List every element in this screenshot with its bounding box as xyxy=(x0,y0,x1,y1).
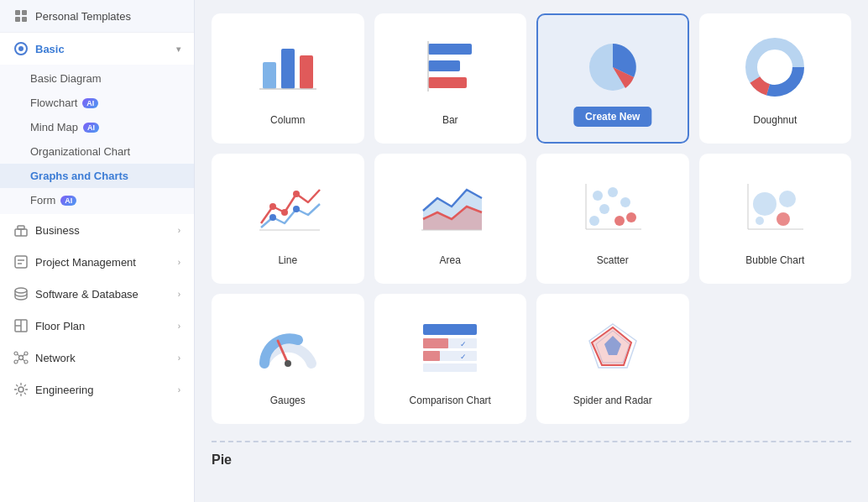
personal-templates-icon xyxy=(13,8,29,24)
svg-point-38 xyxy=(269,203,276,210)
chart-card-area[interactable]: Area xyxy=(374,154,527,284)
sidebar-section-engineering[interactable]: Engineering › xyxy=(0,374,194,405)
svg-point-58 xyxy=(776,212,790,226)
flowchart-label: Flowchart xyxy=(30,97,77,109)
svg-rect-66 xyxy=(423,338,448,348)
chart-card-scatter[interactable]: Scatter xyxy=(536,154,689,284)
create-new-pie-button[interactable]: Create New xyxy=(573,107,651,127)
project-chevron-icon: › xyxy=(178,258,180,267)
column-chart-svg xyxy=(254,37,322,96)
sidebar-item-graphs-charts[interactable]: Graphs and Charts xyxy=(0,164,194,188)
sidebar-section-software-database[interactable]: Software & Database › xyxy=(0,278,194,310)
svg-point-18 xyxy=(24,352,28,355)
svg-line-22 xyxy=(23,354,24,357)
bar-chart-label: Bar xyxy=(442,114,458,126)
project-management-label: Project Management xyxy=(35,256,136,269)
sidebar-item-basic-diagram[interactable]: Basic Diagram xyxy=(0,66,194,91)
basic-section-label: Basic xyxy=(35,43,65,55)
svg-rect-26 xyxy=(263,62,276,89)
svg-point-63 xyxy=(285,360,291,367)
svg-point-52 xyxy=(614,216,625,226)
engineering-label: Engineering xyxy=(35,384,93,396)
software-database-icon xyxy=(13,286,29,301)
bar-chart-svg xyxy=(416,37,484,96)
doughnut-chart-icon-area xyxy=(711,29,840,104)
svg-rect-71 xyxy=(423,363,477,372)
column-chart-label: Column xyxy=(270,114,305,126)
software-chevron-icon: › xyxy=(178,290,180,299)
sidebar-item-personal-templates[interactable]: Personal Templates xyxy=(0,0,194,33)
chart-card-line[interactable]: Line xyxy=(212,154,364,284)
mind-map-label: Mind Map xyxy=(30,121,78,133)
scatter-chart-icon-area xyxy=(548,169,677,244)
bottom-section-title: Pie xyxy=(212,449,851,468)
svg-point-47 xyxy=(593,191,603,201)
floor-plan-chevron-icon: › xyxy=(178,322,180,331)
sidebar-item-mind-map[interactable]: Mind Map AI xyxy=(0,115,194,139)
business-chevron-icon: › xyxy=(178,226,180,235)
pie-chart-svg xyxy=(579,35,646,98)
svg-point-41 xyxy=(269,214,276,221)
basic-section-icon xyxy=(13,41,29,56)
basic-diagram-label: Basic Diagram xyxy=(30,72,102,85)
org-chart-label: Organizational Chart xyxy=(30,145,130,158)
svg-point-48 xyxy=(608,187,618,197)
chart-card-gauges[interactable]: Gauges xyxy=(212,294,364,424)
network-icon xyxy=(13,350,29,365)
scatter-chart-label: Scatter xyxy=(597,254,629,266)
line-chart-icon-area xyxy=(223,169,353,244)
doughnut-chart-label: Doughnut xyxy=(753,114,797,126)
bubble-chart-svg xyxy=(741,177,808,236)
business-label: Business xyxy=(35,224,80,237)
chart-card-bubble[interactable]: Bubble Chart xyxy=(699,154,852,284)
scatter-chart-svg xyxy=(579,177,646,236)
sidebar-section-network[interactable]: Network › xyxy=(0,342,194,374)
area-chart-label: Area xyxy=(440,254,461,266)
sidebar-item-form[interactable]: Form AI xyxy=(0,188,194,212)
basic-chevron-icon: ▾ xyxy=(176,44,180,54)
svg-line-23 xyxy=(18,359,19,362)
floor-plan-label: Floor Plan xyxy=(35,320,85,332)
bar-chart-icon-area xyxy=(386,29,515,104)
spider-radar-chart-label: Spider and Radar xyxy=(573,395,652,406)
business-icon xyxy=(13,222,29,238)
svg-rect-31 xyxy=(428,60,460,71)
comparison-chart-svg: ✓ ✓ xyxy=(416,317,484,376)
line-chart-label: Line xyxy=(278,254,297,266)
area-chart-icon-area xyxy=(386,169,515,244)
svg-point-57 xyxy=(779,191,796,207)
svg-rect-64 xyxy=(423,324,477,335)
svg-point-40 xyxy=(293,191,300,197)
svg-rect-3 xyxy=(22,17,27,22)
svg-point-59 xyxy=(756,217,764,225)
svg-rect-68 xyxy=(423,351,440,361)
sidebar-item-org-chart[interactable]: Organizational Chart xyxy=(0,139,194,164)
spider-radar-chart-svg xyxy=(579,317,646,376)
chart-card-column[interactable]: Column xyxy=(212,13,364,144)
software-database-label: Software & Database xyxy=(35,288,139,301)
svg-line-21 xyxy=(18,354,19,357)
svg-rect-9 xyxy=(15,256,27,268)
svg-point-53 xyxy=(589,216,599,226)
sidebar-section-basic[interactable]: Basic ▾ xyxy=(0,33,194,65)
engineering-chevron-icon: › xyxy=(178,385,180,395)
sidebar-item-flowchart[interactable]: Flowchart AI xyxy=(0,91,194,115)
chart-card-spider-radar[interactable]: Spider and Radar xyxy=(536,294,689,424)
comparison-chart-label: Comparison Chart xyxy=(410,395,491,406)
sidebar-section-project-management[interactable]: Project Management › xyxy=(0,246,194,278)
svg-point-25 xyxy=(18,387,24,392)
svg-point-19 xyxy=(14,360,18,363)
svg-point-56 xyxy=(753,192,776,216)
project-management-icon xyxy=(13,254,29,269)
chart-card-pie[interactable]: Create New Pie xyxy=(536,13,689,144)
svg-point-42 xyxy=(293,206,300,212)
svg-rect-27 xyxy=(281,49,295,89)
chart-card-doughnut[interactable]: Doughnut xyxy=(699,13,852,144)
svg-text:✓: ✓ xyxy=(460,340,467,348)
mind-map-ai-badge: AI xyxy=(83,123,99,133)
chart-card-bar[interactable]: Bar xyxy=(374,13,527,144)
sidebar-section-floor-plan[interactable]: Floor Plan › xyxy=(0,310,194,342)
sidebar-section-business[interactable]: Business › xyxy=(0,214,194,246)
chart-card-comparison[interactable]: ✓ ✓ Comparison Chart xyxy=(374,294,527,424)
comparison-chart-icon-area: ✓ ✓ xyxy=(386,309,515,384)
